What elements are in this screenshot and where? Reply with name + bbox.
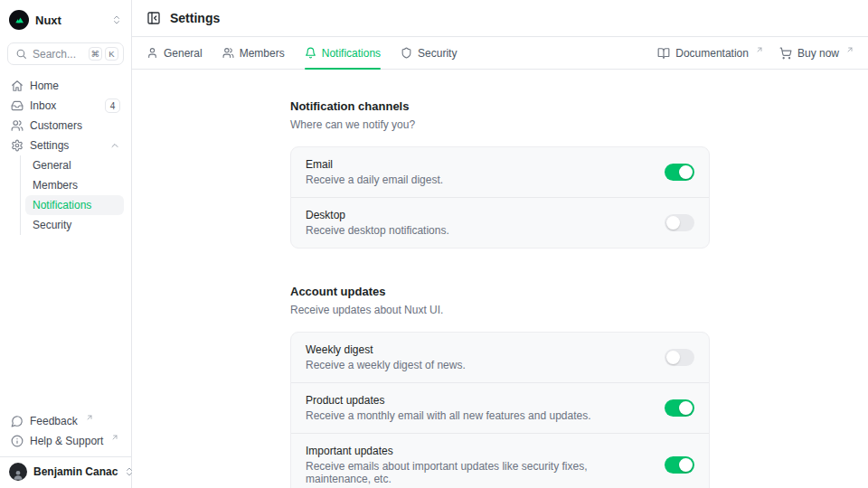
tab-label: General [164, 47, 203, 60]
sidebar-nav: Home Inbox 4 Customers Settings General … [7, 76, 124, 235]
inbox-icon [11, 99, 24, 112]
row-label: Desktop [306, 209, 650, 221]
chevron-up-icon [109, 140, 120, 151]
user-icon [146, 47, 158, 59]
sidebar-spacer [7, 235, 124, 411]
sidebar-item-settings-general[interactable]: General [25, 155, 124, 175]
tab-general[interactable]: General [146, 37, 203, 69]
users-icon [11, 119, 24, 132]
email-toggle[interactable] [665, 164, 694, 181]
tabbar-actions: Documentation Buy now [657, 47, 854, 60]
important-updates-toggle[interactable] [665, 456, 694, 474]
bell-icon [305, 47, 316, 59]
external-link-icon [86, 414, 93, 421]
home-icon [11, 80, 24, 92]
settings-card: Email Receive a daily email digest. Desk… [290, 146, 710, 249]
tab-label: Notifications [322, 47, 381, 60]
section-description: Receive updates about Nuxt UI. [290, 304, 710, 316]
search-icon [15, 48, 27, 60]
documentation-label: Documentation [675, 47, 749, 60]
kbd-k: K [105, 47, 118, 61]
info-circle-icon [11, 435, 24, 447]
section-title: Account updates [290, 285, 710, 298]
settings-tabbar: General Members Notifications Security [132, 37, 868, 70]
kbd-meta: ⌘ [89, 47, 103, 61]
tabs: General Members Notifications Security [146, 37, 457, 69]
collapse-sidebar-button[interactable] [146, 11, 161, 25]
sidebar-item-label: Inbox [30, 99, 99, 112]
row-description: Receive a daily email digest. [306, 174, 650, 186]
external-link-icon [756, 46, 763, 53]
row-description: Receive desktop notifications. [306, 224, 650, 237]
tab-label: Security [418, 47, 457, 60]
setting-row-weekly-digest: Weekly digest Receive a weekly digest of… [291, 333, 709, 382]
inbox-count-badge: 4 [105, 99, 120, 113]
external-link-icon [846, 46, 854, 53]
documentation-button[interactable]: Documentation [657, 47, 763, 60]
tab-members[interactable]: Members [222, 37, 285, 69]
tab-notifications[interactable]: Notifications [305, 37, 381, 69]
sidebar-item-label: Members [33, 179, 78, 192]
sidebar-item-customers[interactable]: Customers [7, 116, 124, 136]
settings-subnav: General Members Notifications Security [20, 155, 124, 235]
sidebar-item-label: Customers [30, 119, 120, 132]
sidebar-item-settings-security[interactable]: Security [25, 215, 124, 235]
buy-now-button[interactable]: Buy now [779, 47, 854, 60]
row-label: Weekly digest [306, 343, 650, 356]
setting-row-important-updates: Important updates Receive emails about i… [291, 433, 709, 488]
settings-card: Weekly digest Receive a weekly digest of… [290, 332, 710, 488]
chevrons-up-down-icon [111, 14, 122, 25]
product-updates-toggle[interactable] [665, 399, 694, 417]
help-support-label: Help & Support [30, 435, 103, 447]
sidebar-footer-nav: Feedback Help & Support [7, 411, 124, 456]
section-notification-channels: Notification channels Where can we notif… [290, 99, 710, 249]
setting-row-email: Email Receive a daily email digest. [291, 147, 709, 197]
section-account-updates: Account updates Receive updates about Nu… [290, 285, 710, 488]
sidebar-item-settings[interactable]: Settings [7, 136, 124, 155]
row-label: Important updates [306, 445, 650, 457]
feedback-link[interactable]: Feedback [7, 411, 124, 431]
search-input[interactable]: Search... ⌘ K [7, 42, 124, 65]
help-support-link[interactable]: Help & Support [7, 431, 124, 451]
setting-row-product-updates: Product updates Receive a monthly email … [291, 382, 709, 433]
main-panel: Settings General Members Notifications [132, 0, 868, 488]
book-open-icon [657, 47, 670, 60]
row-description: Receive a monthly email with all new fea… [306, 409, 650, 422]
app-window: Nuxt Search... ⌘ K Home Inbox 4 Cu [0, 0, 868, 488]
row-label: Product updates [306, 394, 650, 407]
workspace-switcher[interactable]: Nuxt [7, 7, 124, 33]
desktop-toggle[interactable] [665, 214, 694, 231]
gear-icon [11, 139, 24, 152]
message-circle-icon [11, 415, 24, 427]
sidebar-item-inbox[interactable]: Inbox 4 [7, 96, 124, 116]
buy-now-label: Buy now [797, 47, 839, 60]
page-header: Settings [132, 0, 868, 37]
row-label: Email [306, 158, 650, 171]
sidebar-item-settings-members[interactable]: Members [25, 175, 124, 195]
sidebar-item-home[interactable]: Home [7, 76, 124, 96]
row-text: Weekly digest Receive a weekly digest of… [306, 343, 650, 371]
tab-security[interactable]: Security [401, 37, 457, 69]
row-text: Email Receive a daily email digest. [306, 158, 650, 186]
avatar [9, 463, 27, 481]
shield-icon [401, 47, 412, 59]
user-menu[interactable]: Benjamin Canac [9, 463, 122, 481]
row-description: Receive a weekly digest of news. [306, 359, 650, 371]
settings-form: Notification channels Where can we notif… [290, 99, 710, 488]
row-text: Important updates Receive emails about i… [306, 445, 650, 485]
user-band: Benjamin Canac [0, 456, 131, 488]
sidebar-item-label: Home [30, 80, 120, 92]
sidebar-item-label: Security [33, 219, 71, 231]
sidebar-item-settings-notifications[interactable]: Notifications [25, 195, 124, 215]
row-text: Desktop Receive desktop notifications. [306, 209, 650, 237]
content-area: Notification channels Where can we notif… [132, 70, 868, 488]
setting-row-desktop: Desktop Receive desktop notifications. [291, 197, 709, 248]
weekly-digest-toggle[interactable] [665, 349, 694, 366]
row-description: Receive emails about important updates l… [306, 460, 650, 485]
users-icon [222, 47, 234, 59]
sidebar-item-label: Notifications [33, 199, 91, 211]
user-name: Benjamin Canac [33, 465, 118, 478]
search-placeholder: Search... [33, 48, 83, 61]
page-title: Settings [170, 11, 220, 25]
feedback-label: Feedback [30, 415, 78, 427]
